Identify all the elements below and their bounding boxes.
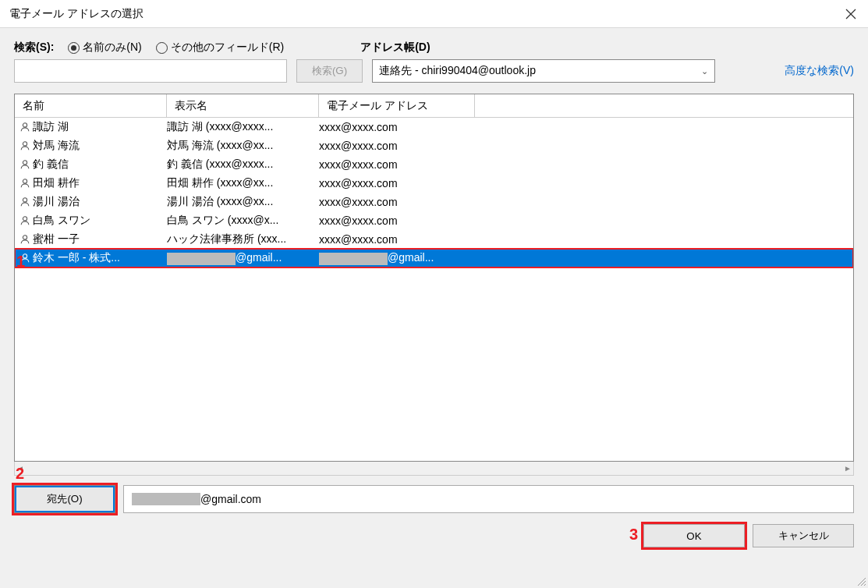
- cell-display: 田畑 耕作 (xxxx@xx...: [167, 176, 319, 190]
- to-field[interactable]: @gmail.com: [123, 485, 854, 513]
- window-title: 電子メール アドレスの選択: [9, 7, 143, 21]
- svg-line-12: [864, 584, 866, 586]
- chevron-down-icon: ⌄: [701, 66, 708, 76]
- cell-name: 田畑 耕作: [19, 176, 167, 190]
- person-icon: [19, 197, 30, 207]
- svg-point-7: [23, 217, 27, 221]
- radio-other-fields-label: その他のフィールド(R): [171, 41, 284, 55]
- redacted-text: [132, 493, 200, 505]
- cell-name: 湯川 湯治: [19, 195, 167, 209]
- person-icon: [19, 140, 30, 151]
- annotation-3: 3: [629, 526, 638, 544]
- cell-name: 釣 義信: [19, 158, 167, 172]
- column-display[interactable]: 表示名: [167, 94, 319, 117]
- ok-button[interactable]: OK: [643, 524, 745, 547]
- close-icon: [845, 9, 856, 19]
- cell-email: xxxx@xxxx.com: [319, 177, 853, 190]
- person-icon: [19, 215, 30, 226]
- table-row[interactable]: 蜜柑 一子ハック法律事務所 (xxx...xxxx@xxxx.com: [15, 230, 853, 249]
- scroll-right-icon[interactable]: ►: [844, 464, 852, 473]
- cell-display: 湯川 湯治 (xxxx@xx...: [167, 195, 319, 209]
- cell-display: 白鳥 スワン (xxxx@x...: [167, 214, 319, 228]
- cell-name: 蜜柑 一子: [19, 232, 167, 246]
- addressbook-select[interactable]: 連絡先 - chiri990404@outlook.jp ⌄: [372, 59, 715, 83]
- cell-email: @gmail...: [319, 251, 853, 264]
- cancel-button[interactable]: キャンセル: [753, 524, 854, 547]
- cell-display: 対馬 海流 (xxxx@xx...: [167, 139, 319, 153]
- annotation-2: 2: [16, 465, 24, 483]
- bottom-buttons: 3 OK キャンセル: [14, 524, 854, 547]
- addressbook-label: アドレス帳(D): [360, 41, 430, 55]
- svg-point-6: [23, 198, 27, 202]
- svg-point-8: [23, 236, 27, 239]
- column-name[interactable]: 名前: [15, 94, 167, 117]
- cell-name: 対馬 海流: [19, 139, 167, 153]
- to-row: 2 宛先(O) @gmail.com: [14, 485, 854, 513]
- cell-display: @gmail...: [167, 251, 319, 264]
- cell-display: ハック法律事務所 (xxx...: [167, 232, 319, 246]
- dialog-body: 検索(S): 名前のみ(N) その他のフィールド(R) アドレス帳(D) 検索(…: [0, 28, 868, 555]
- svg-point-2: [23, 123, 27, 127]
- cell-email: xxxx@xxxx.com: [319, 158, 853, 171]
- cell-email: xxxx@xxxx.com: [319, 233, 853, 246]
- table-row[interactable]: 釣 義信釣 義信 (xxxx@xxxx...xxxx@xxxx.com: [15, 155, 853, 174]
- table-row[interactable]: 田畑 耕作田畑 耕作 (xxxx@xx...xxxx@xxxx.com: [15, 174, 853, 193]
- svg-point-5: [23, 179, 27, 183]
- addressbook-selected: 連絡先 - chiri990404@outlook.jp: [379, 64, 536, 78]
- table-row[interactable]: 諏訪 湖諏訪 湖 (xxxx@xxxx...xxxx@xxxx.com: [15, 118, 853, 136]
- radio-dot-icon: [156, 42, 168, 54]
- redacted-text: [319, 253, 388, 265]
- svg-point-3: [23, 142, 27, 146]
- person-icon: [19, 159, 30, 170]
- cell-email: xxxx@xxxx.com: [319, 121, 853, 133]
- cell-email: xxxx@xxxx.com: [319, 214, 853, 227]
- radio-other-fields[interactable]: その他のフィールド(R): [156, 41, 284, 55]
- horizontal-scrollbar[interactable]: ◄ ►: [14, 462, 854, 476]
- search-label: 検索(S):: [14, 41, 54, 55]
- search-input[interactable]: [14, 59, 287, 83]
- resize-grip-icon[interactable]: [856, 576, 866, 586]
- person-icon: [19, 122, 30, 133]
- cell-display: 釣 義信 (xxxx@xxxx...: [167, 158, 319, 172]
- table-header: 名前 表示名 電子メール アドレス: [15, 94, 853, 118]
- annotation-1: 1: [16, 253, 25, 271]
- to-button[interactable]: 宛先(O): [14, 485, 115, 513]
- table-row[interactable]: 白鳥 スワン白鳥 スワン (xxxx@x...xxxx@xxxx.com: [15, 211, 853, 230]
- cell-name: 諏訪 湖: [19, 120, 167, 134]
- close-button[interactable]: [834, 0, 868, 28]
- to-value-suffix: @gmail.com: [200, 493, 261, 505]
- table-row[interactable]: 対馬 海流対馬 海流 (xxxx@xx...xxxx@xxxx.com: [15, 136, 853, 155]
- cell-name: 白鳥 スワン: [19, 214, 167, 228]
- to-button-label: 宛先(O): [15, 486, 115, 512]
- svg-point-4: [23, 161, 27, 165]
- radio-name-only-label: 名前のみ(N): [83, 41, 141, 55]
- cell-email: xxxx@xxxx.com: [319, 196, 853, 208]
- radio-name-only[interactable]: 名前のみ(N): [68, 41, 141, 55]
- titlebar: 電子メール アドレスの選択: [0, 0, 868, 28]
- cell-email: xxxx@xxxx.com: [319, 140, 853, 152]
- table-row[interactable]: 鈴木 一郎 - 株式...@gmail...@gmail...: [15, 249, 853, 267]
- column-blank: [475, 94, 853, 117]
- radio-dot-icon: [68, 42, 80, 54]
- search-button[interactable]: 検索(G): [296, 59, 363, 83]
- table-body[interactable]: 1 諏訪 湖諏訪 湖 (xxxx@xxxx...xxxx@xxxx.com対馬 …: [15, 118, 853, 461]
- column-email[interactable]: 電子メール アドレス: [319, 94, 475, 117]
- person-icon: [19, 234, 30, 245]
- cell-name: 鈴木 一郎 - 株式...: [19, 251, 167, 265]
- cell-display: 諏訪 湖 (xxxx@xxxx...: [167, 120, 319, 134]
- table-row[interactable]: 湯川 湯治湯川 湯治 (xxxx@xx...xxxx@xxxx.com: [15, 193, 853, 211]
- advanced-search-link[interactable]: 高度な検索(V): [785, 64, 854, 78]
- contacts-table: 名前 表示名 電子メール アドレス 1 諏訪 湖諏訪 湖 (xxxx@xxxx.…: [14, 94, 854, 462]
- person-icon: [19, 178, 30, 189]
- redacted-text: [167, 253, 236, 265]
